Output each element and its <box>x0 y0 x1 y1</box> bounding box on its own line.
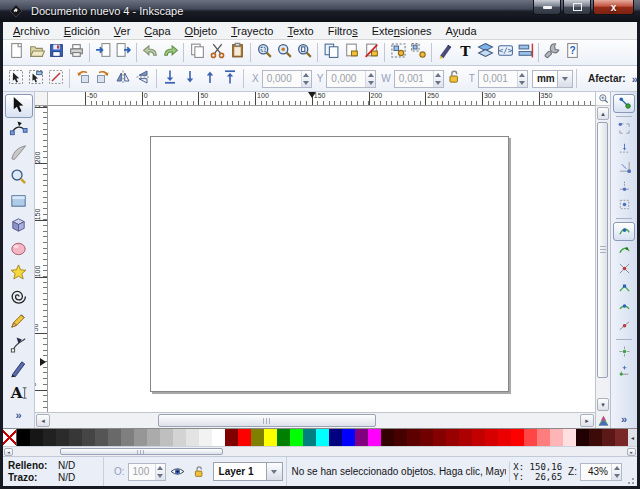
text-tool[interactable]: A <box>5 382 33 406</box>
scroll-left-arrow[interactable]: ◂ <box>36 414 50 427</box>
zoom-spin-arrows[interactable] <box>611 464 621 480</box>
select-all-in-all-layers-button[interactable] <box>26 67 46 91</box>
layer-dropdown-button[interactable] <box>267 462 283 481</box>
palette-swatch[interactable] <box>121 429 134 446</box>
palette-swatch[interactable] <box>199 429 212 446</box>
layers-dialog-button[interactable] <box>475 41 495 65</box>
duplicate-button[interactable] <box>321 41 341 65</box>
lock-ratio-button[interactable] <box>444 67 464 91</box>
unlink-clone-button[interactable] <box>361 41 381 65</box>
flip-horizontal-button[interactable] <box>113 67 133 91</box>
color-managed-display-toggle[interactable] <box>596 412 610 428</box>
palette-swatch[interactable] <box>563 429 576 446</box>
snap-smooth-nodes-button[interactable] <box>613 298 635 317</box>
spin-up[interactable] <box>518 71 527 79</box>
pencil-tool[interactable] <box>5 310 33 334</box>
palette-swatch[interactable] <box>147 429 160 446</box>
palette-swatch[interactable] <box>368 429 381 446</box>
zoom-tool[interactable] <box>5 166 33 190</box>
menu-ver[interactable]: Ver <box>107 23 138 39</box>
palette-swatch[interactable] <box>524 429 537 446</box>
zoom-page-button[interactable] <box>294 41 314 65</box>
raise-button[interactable] <box>200 67 220 91</box>
titlebar[interactable]: Documento nuevo 4 - Inkscape x <box>0 0 640 22</box>
menu-edicion[interactable]: Edición <box>57 23 107 39</box>
palette-swatch[interactable] <box>95 429 108 446</box>
menu-capa[interactable]: Capa <box>137 23 177 39</box>
unit-dropdown-button[interactable] <box>558 70 573 88</box>
palette-swatch[interactable] <box>433 429 446 446</box>
text-dialog-button[interactable]: T <box>455 41 475 65</box>
palette-swatch[interactable] <box>225 429 238 446</box>
rectangle-tool[interactable] <box>5 190 33 214</box>
snap-bbox-centers-button[interactable] <box>613 196 635 215</box>
zoom-spinbox[interactable]: 43% <box>580 463 622 481</box>
palette-swatch[interactable] <box>238 429 251 446</box>
snap-bbox-edge-midpoints-button[interactable] <box>613 177 635 196</box>
palette-swatch[interactable] <box>264 429 277 446</box>
palette-swatch[interactable] <box>615 429 628 446</box>
save-document-button[interactable] <box>46 41 66 65</box>
menu-texto[interactable]: Texto <box>280 23 320 39</box>
palette-swatch[interactable] <box>472 429 485 446</box>
export-button[interactable] <box>113 41 133 65</box>
preferences-button[interactable] <box>542 41 562 65</box>
snap-enable-button[interactable] <box>613 94 635 113</box>
selector-tool[interactable] <box>5 94 33 118</box>
palette-swatch[interactable] <box>407 429 420 446</box>
menu-trayecto[interactable]: Trayecto <box>224 23 280 39</box>
maximize-button[interactable] <box>563 0 591 15</box>
spiral-tool[interactable] <box>5 286 33 310</box>
w-spinbox[interactable]: 0,001 <box>394 70 444 88</box>
spin-up[interactable] <box>434 71 443 79</box>
snap-bbox-edges-button[interactable] <box>613 139 635 158</box>
horizontal-scroll-track[interactable] <box>51 413 579 428</box>
spin-arrows[interactable] <box>517 71 527 87</box>
canvas[interactable] <box>48 106 595 412</box>
spin-up[interactable] <box>366 71 375 79</box>
group-button[interactable] <box>388 41 408 65</box>
vertical-scroll-track[interactable] <box>596 121 610 397</box>
palette-swatch[interactable] <box>498 429 511 446</box>
palette-swatch[interactable] <box>381 429 394 446</box>
align-dialog-button[interactable] <box>515 41 535 65</box>
lower-button[interactable] <box>180 67 200 91</box>
palette-swatch[interactable] <box>251 429 264 446</box>
palette-swatch[interactable] <box>82 429 95 446</box>
x-spinbox[interactable]: 0,000 <box>262 70 312 88</box>
palette-scroll-right-arrow[interactable]: ▸ <box>627 448 636 456</box>
raise-to-top-button[interactable] <box>220 67 240 91</box>
snapbar-overflow-chevron[interactable]: » <box>621 413 627 425</box>
palette-swatch[interactable] <box>69 429 82 446</box>
palette-swatch[interactable] <box>459 429 472 446</box>
import-button[interactable] <box>93 41 113 65</box>
spin-arrows[interactable] <box>365 71 375 87</box>
snap-bbox-button[interactable] <box>613 120 635 139</box>
close-button[interactable]: x <box>593 0 634 15</box>
flip-vertical-button[interactable] <box>133 67 153 91</box>
scroll-down-arrow[interactable]: ▾ <box>597 398 609 411</box>
palette-swatch[interactable] <box>186 429 199 446</box>
fill-stroke-dialog-button[interactable] <box>435 41 455 65</box>
palette-swatch-none[interactable] <box>3 429 17 446</box>
menu-ayuda[interactable]: Ayuda <box>439 23 484 39</box>
new-document-button[interactable] <box>6 41 26 65</box>
box-3d-tool[interactable] <box>5 214 33 238</box>
resize-grip[interactable] <box>627 457 635 486</box>
snap-bbox-corners-button[interactable] <box>613 158 635 177</box>
select-all-button[interactable] <box>6 67 26 91</box>
snap-object-centers-button[interactable] <box>613 343 635 362</box>
palette-swatch[interactable] <box>56 429 69 446</box>
zoom-selection-button[interactable] <box>254 41 274 65</box>
redo-button[interactable] <box>160 41 180 65</box>
palette-swatch[interactable] <box>485 429 498 446</box>
create-clone-button[interactable] <box>341 41 361 65</box>
copy-button[interactable] <box>187 41 207 65</box>
snap-cusp-nodes-button[interactable] <box>613 279 635 298</box>
palette-swatch[interactable] <box>420 429 433 446</box>
t-spinbox[interactable]: 0,001 <box>478 70 528 88</box>
menu-filtros[interactable]: Filtros <box>321 23 365 39</box>
opacity-spin-arrows[interactable] <box>155 464 165 480</box>
vertical-ruler[interactable]: 050100150200250 <box>35 106 48 412</box>
horizontal-scroll-thumb[interactable] <box>158 414 376 427</box>
